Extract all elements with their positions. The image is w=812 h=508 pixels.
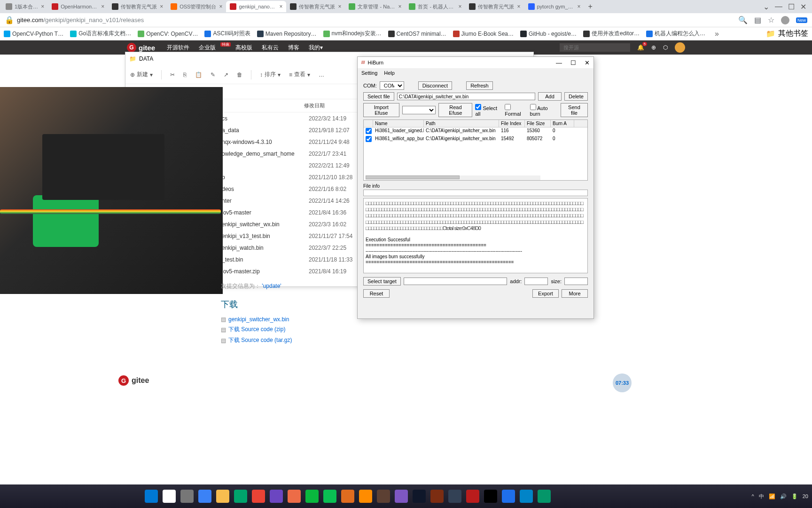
tab-close-icon[interactable]: × (279, 3, 282, 10)
bookmark-item[interactable]: ASCII码对照表 (204, 30, 250, 38)
browser-tab[interactable]: pytorch gym_百…× (524, 1, 585, 12)
view-button[interactable]: ≡ 查看 ▾ (289, 71, 310, 79)
auto-burn-checkbox[interactable]: Auto burn (530, 104, 558, 117)
battery-icon[interactable]: 🔋 (791, 493, 798, 500)
browser-tab[interactable]: OpenHarmony开…× (48, 1, 108, 12)
bookmark-item[interactable]: GitHub - egoist/e… (520, 30, 577, 38)
gitee-nav-item[interactable]: 开源软件 (167, 44, 189, 52)
taskbar-app-icon[interactable] (359, 490, 372, 503)
efuse-select[interactable] (402, 106, 436, 114)
tab-close-icon[interactable]: × (41, 3, 44, 10)
com-select[interactable]: COM3 (380, 81, 404, 90)
paste-icon[interactable]: 📋 (195, 71, 202, 78)
download-link[interactable]: ▤下载 Source code (tar.gz) (221, 335, 409, 346)
taskbar-app-icon[interactable] (288, 490, 301, 503)
tab-close-icon[interactable]: × (101, 3, 104, 10)
export-button[interactable]: Export (532, 289, 559, 298)
share-icon[interactable]: ↗ (224, 71, 228, 78)
tab-close-icon[interactable]: × (338, 3, 341, 10)
zoom-icon[interactable]: 🔍 (738, 16, 748, 24)
taskbar-app-icon[interactable] (198, 490, 211, 503)
close-icon[interactable]: ✕ (585, 59, 590, 66)
reader-icon[interactable]: ▤ (754, 16, 761, 24)
browser-tab[interactable]: 传智教育元气派× (286, 1, 345, 12)
header-file-size[interactable]: File Size (525, 120, 551, 127)
more-button[interactable]: More (562, 289, 588, 298)
taskbar-app-icon[interactable] (145, 490, 158, 503)
menu-setting[interactable]: Setting (361, 70, 377, 76)
close-icon[interactable]: ✕ (800, 2, 806, 11)
taskbar-app-icon[interactable] (377, 490, 390, 503)
taskbar-app-icon[interactable] (520, 490, 533, 503)
send-file-button[interactable]: Send file (561, 103, 588, 117)
tab-close-icon[interactable]: × (219, 3, 222, 10)
bookmark-item[interactable]: Go语言标准库文档… (70, 30, 131, 38)
bookmarks-overflow[interactable]: » (715, 30, 719, 38)
taskbar-app-icon[interactable] (323, 490, 336, 503)
browser-tab[interactable]: 首页 - 机器人研究…× (405, 1, 465, 12)
sort-button[interactable]: ↕ 排序 ▾ (260, 71, 281, 79)
taskbar-app-icon[interactable] (448, 490, 461, 503)
new-button[interactable]: ⊕新建 ▾ (130, 71, 153, 79)
other-bookmarks[interactable]: 其他书签 (778, 29, 808, 39)
taskbar-app-icon[interactable] (502, 490, 515, 503)
target-input[interactable] (404, 278, 508, 285)
gitee-nav-item[interactable]: 高校版 (235, 44, 252, 52)
select-file-button[interactable]: Select file (363, 92, 394, 101)
pip-timer[interactable]: 07:33 (613, 373, 632, 392)
minimize-icon[interactable]: — (556, 59, 562, 66)
taskbar-app-icon[interactable] (305, 490, 319, 503)
new-tab-button[interactable]: + (585, 2, 596, 11)
taskbar-app-icon[interactable] (180, 490, 194, 503)
plus-icon[interactable]: ⊕ (651, 44, 656, 51)
minimize-icon[interactable]: — (775, 2, 782, 11)
header-check[interactable] (364, 120, 373, 127)
taskbar-app-icon[interactable] (234, 490, 247, 503)
url-text[interactable]: gitee.com/genkipi/genkipi_nano_v101/rele… (17, 16, 144, 24)
taskbar-app-icon[interactable] (538, 490, 551, 503)
taskbar-app-icon[interactable] (430, 490, 444, 503)
maximize-icon[interactable]: ☐ (570, 59, 576, 66)
bookmark-item[interactable]: Jiumo E-Book Sea… (453, 30, 514, 38)
header-burn-addr[interactable]: Burn A (551, 120, 574, 127)
log-output[interactable]: □□□□□□□□□□□□□□□□□□□□□□□□□□□□□□□□□□□□□□□□… (363, 198, 588, 273)
tab-close-icon[interactable]: × (517, 3, 520, 10)
wifi-icon[interactable]: 📶 (769, 493, 775, 500)
select-all-checkbox[interactable]: Select all (475, 104, 502, 117)
bookmark-item[interactable]: CentOS7 minimal… (388, 30, 446, 38)
horizontal-scrollbar[interactable] (366, 175, 540, 180)
browser-tab[interactable]: 传智教育元气派× (108, 1, 167, 12)
header-file-index[interactable]: File Index (499, 120, 525, 127)
formal-checkbox[interactable]: Formal (505, 104, 527, 117)
clock[interactable]: 20 (803, 493, 808, 499)
chevron-down-icon[interactable]: ⌄ (763, 2, 769, 11)
bookmark-item[interactable]: Maven Repository… (257, 30, 317, 38)
profile-avatar[interactable] (781, 16, 789, 24)
picture-in-picture-video[interactable] (0, 87, 223, 294)
file-path-input[interactable] (397, 93, 535, 100)
select-target-button[interactable]: Select target (363, 277, 401, 286)
browser-tab[interactable]: 1版本合…× (2, 1, 48, 12)
notification-icon[interactable]: 🔔5 (637, 44, 644, 51)
taskbar-app-icon[interactable] (341, 490, 354, 503)
size-input[interactable] (564, 278, 588, 285)
delete-button[interactable]: Delete (564, 92, 588, 101)
ime-indicator[interactable]: 中 (759, 493, 764, 500)
taskbar-app-icon[interactable] (270, 490, 283, 503)
browser-tab[interactable]: OSS管理控制台× (167, 1, 226, 12)
cut-icon[interactable]: ✂ (170, 71, 175, 78)
addr-input[interactable] (524, 278, 548, 285)
gitee-footer-logo[interactable]: G gitee (118, 375, 149, 386)
table-row[interactable]: Hi3861_wifiiot_app_burn…C:\DATA\genkipi_… (364, 135, 587, 143)
more-button[interactable]: … (319, 71, 324, 78)
taskbar-app-icon[interactable] (163, 490, 176, 503)
header-name[interactable]: Name (373, 120, 424, 127)
read-efuse-button[interactable]: Read Efuse (438, 103, 472, 117)
taskbar-app-icon[interactable] (484, 490, 497, 503)
header-path[interactable]: Path (424, 120, 499, 127)
commit-message[interactable]: 'update' (262, 283, 281, 289)
gitee-nav-item[interactable]: 我的▾ (309, 44, 323, 52)
download-link[interactable]: ▤下载 Source code (zip) (221, 324, 409, 335)
rename-icon[interactable]: ✎ (211, 71, 215, 78)
row-checkbox[interactable] (364, 135, 373, 143)
